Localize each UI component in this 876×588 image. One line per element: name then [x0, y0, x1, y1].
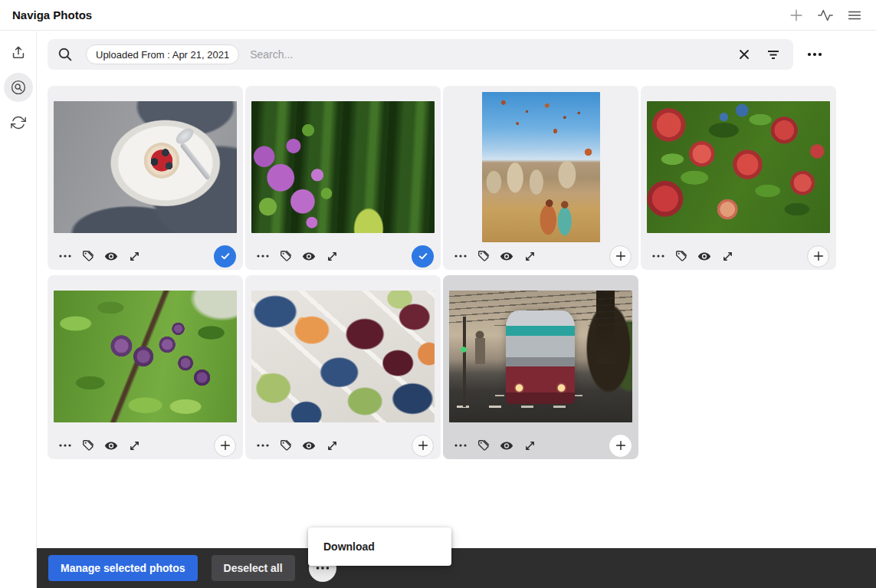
download-menu-item[interactable]: Download	[308, 527, 451, 566]
photo-selected-button[interactable]	[214, 245, 236, 268]
photo-expand-button[interactable]	[325, 439, 339, 452]
more-icon	[256, 249, 270, 263]
expand-icon	[523, 439, 536, 452]
clear-search-button[interactable]	[733, 44, 755, 65]
photo-more-button[interactable]	[454, 439, 468, 452]
photo-preview-button[interactable]	[500, 439, 513, 452]
upload-button[interactable]	[4, 38, 33, 67]
photo-thumbnail[interactable]	[449, 92, 632, 242]
search-bar: Uploaded From : Apr 21, 2021	[48, 39, 793, 70]
plus-icon	[416, 439, 430, 452]
deselect-all-button[interactable]: Deselect all	[212, 555, 295, 581]
photo-expand-button[interactable]	[127, 439, 141, 452]
photo-more-button[interactable]	[454, 249, 468, 263]
photo-preview-button[interactable]	[104, 439, 118, 452]
tags-icon	[81, 439, 95, 452]
card-actions	[641, 242, 836, 270]
filter-icon	[766, 47, 781, 62]
photo-tags-button[interactable]	[279, 439, 293, 452]
menu-button[interactable]	[845, 6, 864, 25]
photo-more-button[interactable]	[651, 249, 665, 263]
search-icon	[57, 46, 74, 63]
photo-selected-button[interactable]	[412, 245, 434, 268]
manage-selected-button[interactable]: Manage selected photos	[48, 555, 198, 581]
photo-grid	[48, 86, 876, 459]
more-icon	[454, 249, 468, 263]
card-actions	[443, 242, 638, 270]
photo-expand-button[interactable]	[325, 249, 339, 263]
photo-expand-button[interactable]	[523, 439, 536, 452]
photo-more-button[interactable]	[58, 249, 72, 263]
photo-expand-button[interactable]	[523, 249, 536, 263]
photo-tags-button[interactable]	[279, 249, 293, 263]
expand-icon	[326, 439, 339, 452]
card-actions	[443, 432, 638, 459]
photo-add-button[interactable]	[609, 245, 632, 268]
sync-button[interactable]	[4, 108, 33, 137]
more-icon	[651, 249, 665, 263]
photo-more-button[interactable]	[256, 249, 270, 263]
activity-button[interactable]	[816, 6, 835, 25]
expand-icon	[128, 439, 141, 452]
tags-icon	[477, 439, 490, 452]
card-actions	[48, 242, 243, 270]
main-content: Uploaded From : Apr 21, 2021	[37, 31, 876, 588]
photo-card-balloons	[443, 86, 638, 270]
plus-icon	[614, 439, 628, 452]
app-header: Naviga Photos	[0, 0, 876, 31]
upload-icon	[10, 44, 27, 61]
photo-add-button[interactable]	[412, 435, 434, 457]
photo-tags-button[interactable]	[477, 439, 490, 452]
more-icon	[58, 249, 72, 263]
photo-card-dessert	[48, 86, 243, 270]
photo-thumbnail[interactable]	[54, 92, 237, 242]
photo-image-tram	[449, 291, 632, 422]
photo-card-tram	[443, 275, 638, 459]
photo-thumbnail[interactable]	[647, 92, 830, 242]
photo-tags-button[interactable]	[477, 249, 490, 263]
photo-image-lilac	[251, 101, 435, 233]
photo-preview-button[interactable]	[302, 249, 316, 263]
search-more-button[interactable]	[803, 43, 826, 66]
photo-more-button[interactable]	[58, 439, 72, 452]
ellipsis-icon	[805, 45, 824, 64]
plus-icon	[614, 249, 628, 263]
photo-card-berries	[245, 275, 441, 459]
photo-tags-button[interactable]	[81, 249, 95, 263]
photo-card-apples	[641, 86, 836, 270]
sync-icon	[11, 115, 26, 130]
search-filter-chip[interactable]: Uploaded From : Apr 21, 2021	[86, 44, 239, 64]
sidebar	[0, 31, 37, 588]
card-actions	[245, 242, 441, 270]
expand-icon	[721, 250, 734, 263]
photo-expand-button[interactable]	[720, 249, 734, 263]
photo-expand-button[interactable]	[127, 249, 141, 263]
more-icon	[58, 439, 72, 452]
photo-add-button[interactable]	[214, 435, 236, 457]
photo-preview-button[interactable]	[104, 249, 118, 263]
photo-preview-button[interactable]	[500, 249, 513, 263]
photo-preview-button[interactable]	[302, 439, 316, 452]
photo-thumbnail[interactable]	[251, 281, 435, 432]
photo-search-icon	[10, 79, 27, 96]
add-button[interactable]	[787, 6, 805, 25]
photo-add-button[interactable]	[609, 435, 632, 457]
photo-preview-button[interactable]	[697, 249, 711, 263]
photo-more-button[interactable]	[256, 439, 270, 452]
photo-search-button[interactable]	[4, 73, 33, 102]
selection-context-menu: Download	[308, 527, 451, 566]
add-icon	[788, 7, 805, 24]
photo-thumbnail[interactable]	[251, 92, 435, 242]
photo-add-button[interactable]	[807, 245, 829, 268]
search-input[interactable]	[250, 48, 733, 61]
tags-icon	[674, 249, 688, 263]
photo-image-apples	[647, 101, 830, 233]
card-actions	[48, 432, 243, 459]
photo-tags-button[interactable]	[81, 439, 95, 452]
photo-thumbnail[interactable]	[54, 281, 237, 432]
filter-button[interactable]	[763, 44, 784, 65]
photo-thumbnail[interactable]	[449, 281, 632, 432]
preview-eye-icon	[500, 439, 513, 453]
photo-tags-button[interactable]	[674, 249, 688, 263]
tags-icon	[279, 249, 293, 263]
